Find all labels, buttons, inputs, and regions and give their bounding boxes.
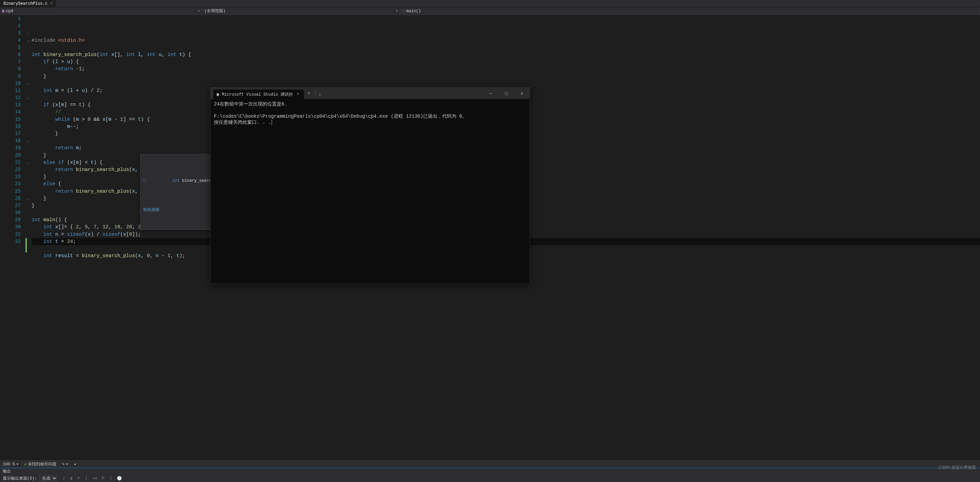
fold-marker [25, 181, 32, 187]
minimize-button[interactable]: — [483, 87, 498, 99]
line-number: 11 [0, 87, 21, 94]
fold-marker [25, 15, 32, 22]
fold-marker [25, 116, 32, 123]
fold-marker [25, 87, 32, 94]
line-number: 28 [0, 209, 21, 216]
line-number: 19 [0, 144, 21, 152]
toolbar-separator: | [63, 476, 65, 480]
output-panel-header[interactable]: 输出 [0, 468, 980, 474]
line-number: 17 [0, 130, 21, 137]
fold-marker [25, 173, 32, 181]
code-line[interactable] [32, 80, 980, 87]
fold-marker[interactable]: ⌄ [25, 37, 32, 44]
close-button[interactable]: ✕ [514, 87, 530, 99]
nav-back[interactable]: ◂ [74, 461, 76, 467]
fold-marker[interactable]: ⌄ [25, 94, 32, 101]
fold-marker [25, 65, 32, 73]
fold-marker[interactable]: ⌄ [25, 159, 32, 166]
watermark: CSDN @蓝白界猫晨 [939, 465, 976, 471]
fold-marker[interactable]: ⌄ [25, 137, 32, 144]
status-bar: 100 % ▾ ✔ 未找到相关问题 ✎ ▾ ◂ [0, 460, 980, 468]
line-number: 18 [0, 137, 21, 144]
terminal-line: 24在数组中第一次出现的位置是6. [214, 101, 287, 107]
line-number: 7 [0, 58, 21, 65]
zoom-level[interactable]: 100 % ▾ [3, 461, 19, 467]
fold-marker [25, 101, 32, 109]
toolbar-icon[interactable]: ≣ [70, 476, 72, 481]
maximize-button[interactable]: ▢ [498, 87, 514, 99]
line-number: 5 [0, 44, 21, 51]
output-source-bar: 显示输出来源(S): 生成 | ≣ ≡ | ✕≡ ⎘ | 🕐 [0, 474, 980, 482]
code-line[interactable]: if (l > u) { [32, 58, 980, 65]
output-title: 输出 [3, 468, 11, 474]
line-number: 12 [0, 94, 21, 101]
line-number: 4 [0, 37, 21, 44]
terminal-line: 按任意键关闭此窗口. . . [214, 120, 271, 125]
toolbar-icon[interactable]: ⎘ [102, 476, 104, 480]
code-line[interactable] [32, 44, 980, 51]
code-line[interactable]: int binary_search_plus(int x[], int l, i… [32, 51, 980, 58]
clock-icon[interactable]: 🕐 [117, 476, 122, 481]
line-number: 25 [0, 188, 21, 195]
check-icon: ✔ [24, 461, 27, 467]
line-number: 30 [0, 224, 21, 231]
fold-marker [25, 224, 32, 231]
tab-bar: BinarySearchPlus.c × [0, 0, 980, 8]
fold-marker[interactable]: ⌄ [25, 195, 32, 202]
terminal-window: ▣ Microsoft Visual Studio 调试控 × + | ⌄ — … [210, 87, 530, 284]
fold-marker [25, 216, 32, 224]
fold-marker [25, 109, 32, 116]
toolbar-separator: | [110, 476, 112, 480]
nav-project-label: cp4 [6, 9, 13, 14]
issues-status[interactable]: ✔ 未找到相关问题 [24, 461, 56, 467]
chevron-down-icon: ▾ [16, 461, 19, 467]
code-line[interactable]: #include <stdio.h> [32, 37, 980, 44]
change-marker [25, 245, 27, 252]
close-icon[interactable]: × [50, 2, 52, 6]
terminal-tab[interactable]: ▣ Microsoft Visual Studio 调试控 × [213, 90, 304, 99]
terminal-tab-title: Microsoft Visual Studio 调试控 [222, 92, 293, 97]
fold-marker [25, 44, 32, 51]
fold-marker [25, 209, 32, 216]
new-tab-button[interactable]: + [304, 90, 313, 96]
fold-marker [25, 51, 32, 58]
chevron-down-icon[interactable]: ⌄ [317, 90, 323, 96]
line-number: 9 [0, 73, 21, 80]
code-line[interactable]: } [32, 73, 980, 80]
nav-project[interactable]: ▣ cp4 ▾ [0, 8, 202, 14]
line-number-gutter: 1234567891011121314151617181920212223242… [0, 15, 25, 460]
toolbar-separator: | [85, 476, 87, 480]
output-source-label: 显示输出来源(S): [3, 476, 37, 481]
file-tab[interactable]: BinarySearchPlus.c × [0, 0, 56, 7]
nav-function[interactable]: ⬚ main() [400, 8, 980, 14]
line-number: 10 [0, 80, 21, 87]
line-number: 13 [0, 101, 21, 109]
function-icon: ⬚ [402, 8, 405, 14]
fold-marker [25, 22, 32, 30]
fold-marker [25, 123, 32, 130]
terminal-body[interactable]: 24在数组中第一次出现的位置是6. F:\codes\C\books\Progr… [210, 99, 530, 128]
fold-marker[interactable]: ⌄ [25, 80, 32, 87]
change-marker [25, 238, 27, 245]
toolbar-icon[interactable]: ✕≡ [92, 476, 97, 481]
brush-icon: ✎ [62, 461, 64, 467]
fold-marker[interactable]: ⌄ [25, 30, 32, 36]
chevron-down-icon: ▾ [396, 8, 398, 14]
code-line[interactable]: return -1; [32, 65, 980, 73]
toolbar-icon[interactable]: ≡ [77, 476, 80, 480]
fold-marker [25, 202, 32, 209]
line-number: 27 [0, 202, 21, 209]
tooltip-return-type: int [172, 178, 182, 183]
fold-marker [25, 152, 32, 159]
nav-scope[interactable]: (全局范围) ▾ [202, 8, 400, 14]
terminal-line: F:\codes\C\books\ProgrammingPearls\cp04\… [214, 114, 467, 119]
line-number: 20 [0, 152, 21, 159]
fold-marker [25, 58, 32, 65]
line-number: 26 [0, 195, 21, 202]
output-source-select[interactable]: 生成 [39, 475, 57, 482]
line-number: 8 [0, 65, 21, 73]
brush-tool[interactable]: ✎ ▾ [62, 461, 68, 467]
window-controls: — ▢ ✕ [483, 87, 530, 99]
close-icon[interactable]: × [296, 92, 301, 97]
terminal-titlebar[interactable]: ▣ Microsoft Visual Studio 调试控 × + | ⌄ — … [210, 87, 530, 99]
